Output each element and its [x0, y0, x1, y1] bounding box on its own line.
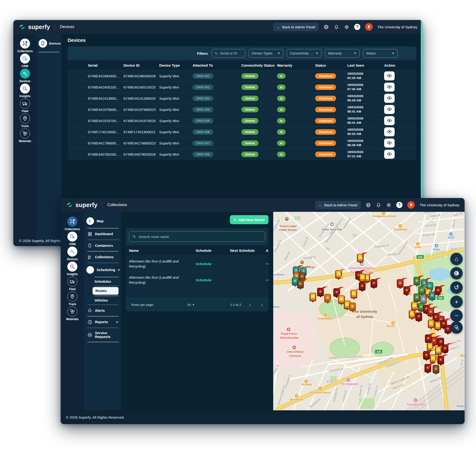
column-header: Next Schedule: [230, 249, 266, 253]
attached-to-badge[interactable]: ORG-002: [192, 85, 214, 90]
subnav-subitem-vehicles[interactable]: Vehicles: [84, 296, 121, 305]
sidebar-item-track[interactable]: Track: [13, 114, 37, 129]
device-row[interactable]: 6749F174519000...6749F17451900022Superfy…: [68, 126, 416, 137]
device-row[interactable]: 6749E440790200...6749E44079020028Superfy…: [68, 149, 416, 160]
view-device-button[interactable]: [384, 105, 395, 114]
bin-marker[interactable]: ♻: [338, 295, 345, 305]
view-device-button[interactable]: [384, 71, 395, 81]
attached-to-badge[interactable]: ORG-007: [192, 140, 214, 146]
subnav-item-reports[interactable]: Reports>: [84, 317, 121, 328]
sidebar-item-insights[interactable]: Insights: [61, 262, 84, 276]
bell-icon[interactable]: [334, 24, 339, 30]
bell-icon[interactable]: [376, 202, 381, 208]
route-search-input[interactable]: Search route name: [129, 231, 265, 242]
attached-to-badge[interactable]: ORG-004: [192, 107, 214, 112]
sidebar-item-track[interactable]: Track: [61, 291, 84, 306]
routes-panel: Search route name NameScheduleNext Sched…: [126, 228, 269, 311]
schedule-link[interactable]: Schedule: [196, 278, 230, 282]
subnav-item-dashboard[interactable]: Dashboard: [84, 228, 121, 240]
device-row[interactable]: 6749E442405100...6749E44240510025Superfy…: [68, 81, 416, 93]
sidebar-item-insights[interactable]: Insights: [13, 84, 37, 99]
routes-main: +Add New Route Search route name NameSch…: [121, 212, 273, 410]
back-to-admin-button[interactable]: ←Back to Admin Panel: [273, 23, 319, 31]
view-device-button[interactable]: [384, 150, 395, 159]
route-row[interactable]: Afternoon Bin Run (Landfill and Recyclin…: [126, 255, 269, 272]
magnifier-icon: [20, 84, 30, 94]
schedule-link[interactable]: Schedule: [196, 262, 230, 266]
sidebar-item-devices[interactable]: ⚙⚙Devices: [13, 68, 37, 84]
bin-marker[interactable]: ♻: [415, 312, 422, 323]
device-row[interactable]: 6749E441919700...6749E44191970020Superfy…: [68, 115, 416, 126]
bin-marker[interactable]: ♻: [349, 303, 356, 312]
attached-to-badge[interactable]: ORG-001: [192, 73, 214, 79]
add-new-route-button[interactable]: +Add New Route: [230, 215, 269, 224]
subnav-subitem-schedules[interactable]: Schedules: [84, 277, 121, 286]
globe-icon[interactable]: [366, 202, 371, 208]
subnav-item-collections[interactable]: Collections: [84, 252, 121, 263]
view-device-button[interactable]: [384, 127, 395, 136]
sidebar-item-crm[interactable]: CRM: [61, 232, 84, 247]
rows-per-page-select[interactable]: 10▼: [187, 303, 195, 306]
area-search-button[interactable]: [450, 321, 463, 334]
device-row[interactable]: 6749E441798600...6749E44179860023Superfy…: [68, 137, 416, 149]
bin-marker[interactable]: ♻: [433, 365, 439, 375]
filter-dropdown-connectivity-stat-[interactable]: Connectivity Stat...▼: [287, 49, 322, 58]
bin-marker[interactable]: ♻: [423, 351, 430, 361]
device-row[interactable]: 6749E441883400...6749E44188340028Superfy…: [68, 70, 416, 81]
gear-icon[interactable]: [386, 202, 391, 208]
sidebar-item-collections[interactable]: Collections: [61, 217, 84, 232]
row-actions-button[interactable]: •••: [266, 278, 269, 282]
next-page-button[interactable]: ›: [261, 302, 263, 307]
back-to-admin-button[interactable]: ←Back to Admin Panel: [315, 201, 361, 209]
view-device-button[interactable]: [384, 116, 395, 125]
help-icon[interactable]: ?: [396, 202, 403, 208]
globe-icon[interactable]: [323, 24, 329, 30]
svg-text:♻: ♻: [319, 290, 322, 293]
device-row[interactable]: 6749E441413800...6749E44141380020Superfy…: [68, 93, 416, 104]
help-icon[interactable]: ?: [354, 24, 360, 30]
device-type-cell: Superfy Mini: [159, 74, 192, 78]
collections-map[interactable]: A22A36A36Charles StJunction StShort StFo…: [273, 212, 465, 410]
subnav-subitem-routes[interactable]: Routes: [93, 287, 119, 295]
sidebar-item-materials[interactable]: Materials: [61, 306, 84, 322]
gear-icon[interactable]: [344, 24, 349, 30]
attached-to-badge[interactable]: ORG-008: [192, 152, 214, 157]
svg-text:♻: ♻: [299, 282, 302, 285]
view-device-button[interactable]: [384, 83, 395, 92]
subnav-item-map[interactable]: Map: [84, 214, 121, 228]
subnav-item-devices[interactable]: Devices: [37, 38, 61, 49]
filter-dropdown-warranty[interactable]: Warranty▼: [325, 49, 360, 58]
svg-text:A36: A36: [438, 297, 443, 299]
subnav-item-scheduling[interactable]: Scheduling>: [84, 263, 121, 277]
view-device-button[interactable]: [384, 138, 395, 148]
home-button[interactable]: ⌂: [450, 253, 463, 265]
sidebar-item-collections[interactable]: Collections: [13, 38, 37, 53]
prev-page-button[interactable]: ‹: [249, 302, 251, 307]
bin-marker[interactable]: ♻: [309, 293, 316, 303]
filter-dropdown-status[interactable]: Status▼: [363, 49, 398, 58]
zoom-in-button[interactable]: +: [450, 296, 463, 308]
subnav-item-alerts[interactable]: Alerts: [84, 305, 121, 316]
attached-to-badge[interactable]: ORG-006: [192, 129, 214, 135]
globe-button[interactable]: [450, 267, 463, 279]
sidebar-item-fleet[interactable]: Fleet: [61, 276, 84, 291]
view-device-button[interactable]: [384, 94, 395, 103]
device-row[interactable]: 6749E441979600...6749E44197960023Superfy…: [68, 104, 416, 115]
sidebar-item-fleet[interactable]: Fleet: [13, 99, 37, 114]
filter-dropdown-device-types[interactable]: Device Types▼: [249, 49, 284, 58]
zoom-out-button[interactable]: −: [450, 309, 463, 322]
attached-to-badge[interactable]: ORG-005: [192, 118, 214, 123]
sidebar-item-crm[interactable]: CRM: [13, 53, 37, 68]
rotate-button[interactable]: ↺: [450, 281, 463, 294]
row-actions-button[interactable]: •••: [266, 262, 269, 266]
route-row[interactable]: Afternoon Bin Run (Landfill and Recyclin…: [126, 272, 269, 288]
serial-search-input[interactable]: Serial or ID: [212, 49, 245, 58]
subnav-item-service-requests[interactable]: Service Requests: [84, 328, 121, 342]
sidebar-item-materials[interactable]: Materials: [13, 129, 37, 143]
bin-marker[interactable]: ♻: [428, 320, 435, 330]
map-canvas[interactable]: A22A36A36Charles StJunction StShort StFo…: [273, 212, 465, 410]
crm-icon: [20, 53, 30, 64]
subnav-item-containers[interactable]: Containers: [84, 240, 121, 251]
sidebar-item-devices[interactable]: ⚙⚙Devices: [61, 247, 84, 262]
attached-to-badge[interactable]: ORG-003: [192, 96, 214, 101]
